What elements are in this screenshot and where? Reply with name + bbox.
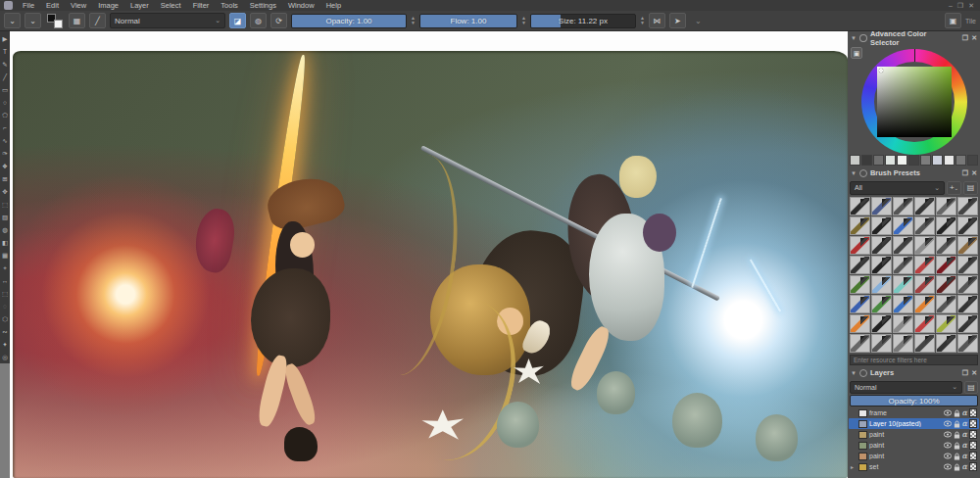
brush-preset-30[interactable] <box>850 295 870 313</box>
brush-preset-12[interactable] <box>850 236 870 255</box>
rectangle-tool-icon[interactable]: ▭ <box>1 83 10 96</box>
brush-preset-4[interactable] <box>936 197 956 215</box>
visibility-eye-icon[interactable] <box>944 420 952 427</box>
brush-preset-7[interactable] <box>871 216 892 235</box>
layer-row-frame[interactable]: frameα <box>849 407 979 418</box>
brush-preset-20[interactable] <box>893 256 913 274</box>
color-selector-header[interactable]: ▼ Advanced Color Selector ❐ ✕ <box>848 31 980 44</box>
brush-presets-header[interactable]: ▼ Brush Presets ❐ ✕ <box>848 167 980 179</box>
flow-slider[interactable]: Flow: 1.00 <box>419 14 517 28</box>
menu-view[interactable]: View <box>66 1 91 10</box>
brush-option-dropdown[interactable]: ⌄ <box>4 13 21 28</box>
brush-preset-26[interactable] <box>893 275 913 294</box>
menu-file[interactable]: File <box>18 1 39 10</box>
collapse-arrow-icon[interactable]: ▼ <box>851 35 857 41</box>
close-icon[interactable]: ✕ <box>968 2 974 10</box>
layer-row-paint[interactable]: paintα <box>849 440 979 451</box>
layers-header[interactable]: ▼ Layers ❐ ✕ <box>848 366 980 379</box>
alpha-inherit-icon[interactable]: α <box>962 419 967 428</box>
brush-preset-8[interactable] <box>893 216 913 235</box>
alpha-inherit-icon[interactable]: α <box>962 430 967 439</box>
layer-filter-icon[interactable]: ▤ <box>964 381 978 394</box>
size-slider[interactable]: Size: 11.22 px <box>530 14 636 28</box>
brush-preset-24[interactable] <box>850 275 870 294</box>
artwork-painting[interactable] <box>13 51 848 478</box>
brush-preset-2[interactable] <box>893 197 913 215</box>
brush-preset-47[interactable] <box>957 334 978 353</box>
layer-row-layer-10-pasted-[interactable]: Layer 10(pasted)α <box>849 418 979 429</box>
multibrush-tool-icon[interactable]: ❖ <box>1 160 10 172</box>
brush-preset-0[interactable] <box>850 197 870 215</box>
hue-ring[interactable] <box>861 49 967 155</box>
layer-row-paint[interactable]: paintα <box>849 451 979 461</box>
flow-spinner[interactable]: ▲▼ <box>521 16 526 25</box>
brush-preset-13[interactable] <box>871 236 892 255</box>
move-tool-icon[interactable]: ✥ <box>1 185 10 198</box>
brush-preset-17[interactable] <box>957 236 978 255</box>
lock-icon[interactable] <box>954 431 960 439</box>
brush-preset-32[interactable] <box>893 295 913 313</box>
collapse-arrow-icon[interactable]: ▼ <box>851 370 857 376</box>
workspace-chooser-button[interactable]: ▣ <box>945 13 961 28</box>
bezier-curve-tool-icon[interactable]: ∿ <box>1 134 10 147</box>
brush-preset-43[interactable] <box>871 334 892 353</box>
brush-preset-6[interactable] <box>850 216 870 235</box>
canvas-area[interactable] <box>10 31 848 478</box>
alpha-checker-icon[interactable] <box>969 462 977 471</box>
brush-preset-45[interactable] <box>914 334 935 353</box>
brush-preset-42[interactable] <box>850 334 870 353</box>
gradient-tool-icon[interactable]: ▨ <box>1 211 10 223</box>
gradient-dropdown[interactable]: ⌄ <box>24 13 41 28</box>
brush-preset-18[interactable] <box>850 256 870 274</box>
visibility-eye-icon[interactable] <box>944 409 952 416</box>
brush-preset-41[interactable] <box>957 314 978 333</box>
alpha-inherit-icon[interactable]: α <box>962 441 967 450</box>
add-preset-button[interactable]: +⌄ <box>947 181 961 195</box>
brush-preset-10[interactable] <box>936 216 956 235</box>
history-swatch-4[interactable] <box>897 155 907 166</box>
brush-preset-23[interactable] <box>957 256 978 274</box>
brush-preset-3[interactable] <box>914 197 935 215</box>
history-swatch-1[interactable] <box>861 155 872 166</box>
menu-settings[interactable]: Settings <box>245 1 281 10</box>
lock-icon[interactable] <box>954 463 960 471</box>
storage-button[interactable]: ▤ <box>963 181 978 195</box>
panel-lock-icon[interactable] <box>859 169 867 177</box>
gradient-edit-icon[interactable]: ╱ <box>89 13 106 28</box>
brush-preset-5[interactable] <box>957 197 978 215</box>
brush-preset-9[interactable] <box>914 216 935 235</box>
collapse-arrow-icon[interactable]: ▼ <box>851 170 857 176</box>
close-panel-icon[interactable]: ✕ <box>971 34 977 42</box>
visibility-eye-icon[interactable] <box>944 442 952 449</box>
brush-preset-44[interactable] <box>893 334 913 353</box>
brush-preset-16[interactable] <box>936 236 956 255</box>
alpha-checker-icon[interactable] <box>969 452 977 460</box>
crop-tool-icon[interactable]: ⬚ <box>1 198 10 211</box>
polygon-select-tool-icon[interactable]: ⬡ <box>1 312 10 325</box>
history-swatch-8[interactable] <box>944 155 955 166</box>
menu-filter[interactable]: Filter <box>188 1 215 10</box>
menu-tools[interactable]: Tools <box>216 1 243 10</box>
shape-select-tool-icon[interactable]: ▶ <box>1 32 10 45</box>
brush-preset-34[interactable] <box>936 295 956 313</box>
alpha-checker-icon[interactable] <box>969 430 977 439</box>
alpha-inherit-icon[interactable]: α <box>962 408 967 417</box>
text-tool-icon[interactable]: T <box>1 45 10 58</box>
brush-preset-22[interactable] <box>936 256 956 274</box>
history-swatch-0[interactable] <box>850 155 860 166</box>
layer-blend-mode-dropdown[interactable]: Normal ⌄ <box>850 381 962 394</box>
saturation-value-square[interactable] <box>877 67 952 137</box>
brush-preset-31[interactable] <box>871 295 892 313</box>
mirror-horizontal-icon[interactable]: ⋈ <box>649 13 665 28</box>
history-swatch-3[interactable] <box>885 155 896 166</box>
brush-preset-28[interactable] <box>936 275 956 294</box>
alpha-inherit-icon[interactable]: α <box>962 462 967 471</box>
close-panel-icon[interactable]: ✕ <box>971 169 977 177</box>
ellipse-tool-icon[interactable]: ○ <box>1 96 10 109</box>
opacity-slider[interactable]: Opacity: 1.00 <box>291 14 407 28</box>
history-swatch-10[interactable] <box>967 155 978 166</box>
brush-preset-15[interactable] <box>914 236 935 255</box>
brush-preset-38[interactable] <box>893 314 913 333</box>
panel-lock-icon[interactable] <box>859 34 867 42</box>
layer-row-set[interactable]: ▸setα <box>849 461 979 472</box>
